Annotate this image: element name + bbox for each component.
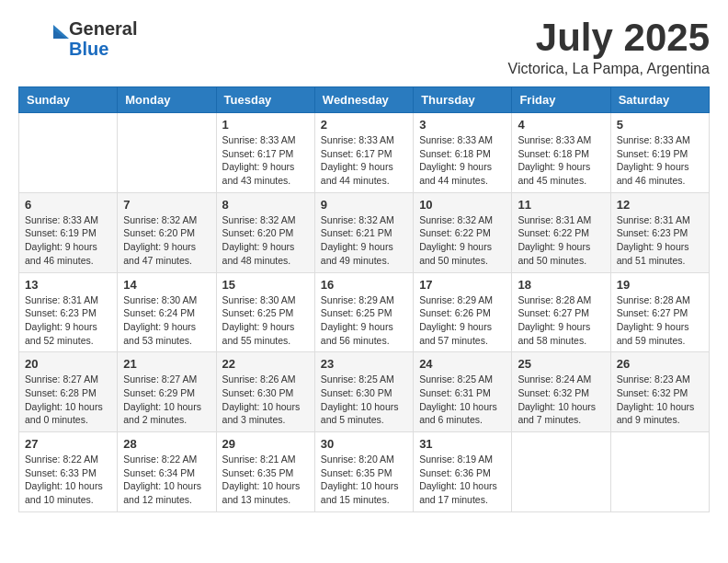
day-number: 17 (419, 278, 506, 292)
day-info: Sunrise: 8:22 AM Sunset: 6:34 PM Dayligh… (123, 453, 210, 507)
day-info: Sunrise: 8:27 AM Sunset: 6:28 PM Dayligh… (25, 373, 111, 427)
day-number: 3 (419, 118, 506, 132)
calendar-day-header: Saturday (610, 87, 709, 113)
calendar-cell (19, 113, 118, 193)
day-info: Sunrise: 8:25 AM Sunset: 6:31 PM Dayligh… (419, 373, 506, 427)
logo-icon (18, 20, 69, 57)
day-info: Sunrise: 8:30 AM Sunset: 6:24 PM Dayligh… (123, 293, 210, 348)
day-number: 5 (617, 118, 703, 132)
calendar-cell: 13Sunrise: 8:31 AM Sunset: 6:23 PM Dayli… (19, 272, 118, 352)
day-info: Sunrise: 8:25 AM Sunset: 6:30 PM Dayligh… (321, 373, 407, 427)
calendar-cell: 15Sunrise: 8:30 AM Sunset: 6:25 PM Dayli… (216, 272, 314, 352)
day-info: Sunrise: 8:28 AM Sunset: 6:27 PM Dayligh… (518, 293, 604, 348)
calendar-cell: 14Sunrise: 8:30 AM Sunset: 6:24 PM Dayli… (118, 272, 216, 352)
day-number: 26 (617, 357, 703, 371)
calendar-week-row: 13Sunrise: 8:31 AM Sunset: 6:23 PM Dayli… (19, 272, 710, 352)
calendar-cell: 7Sunrise: 8:32 AM Sunset: 6:20 PM Daylig… (118, 192, 216, 272)
day-number: 15 (222, 278, 309, 292)
day-info: Sunrise: 8:32 AM Sunset: 6:20 PM Dayligh… (222, 213, 309, 268)
day-number: 13 (25, 278, 111, 292)
calendar-cell: 25Sunrise: 8:24 AM Sunset: 6:32 PM Dayli… (512, 352, 610, 432)
day-info: Sunrise: 8:31 AM Sunset: 6:22 PM Dayligh… (518, 213, 604, 268)
calendar-cell: 2Sunrise: 8:33 AM Sunset: 6:17 PM Daylig… (314, 113, 413, 193)
calendar-cell: 26Sunrise: 8:23 AM Sunset: 6:32 PM Dayli… (610, 352, 709, 432)
day-number: 4 (518, 118, 604, 132)
calendar-cell: 18Sunrise: 8:28 AM Sunset: 6:27 PM Dayli… (512, 272, 610, 352)
day-number: 6 (25, 198, 111, 212)
calendar-cell: 20Sunrise: 8:27 AM Sunset: 6:28 PM Dayli… (19, 352, 118, 432)
day-info: Sunrise: 8:19 AM Sunset: 6:36 PM Dayligh… (419, 453, 506, 507)
day-info: Sunrise: 8:33 AM Sunset: 6:18 PM Dayligh… (518, 133, 604, 188)
day-number: 18 (518, 278, 604, 292)
calendar-cell: 4Sunrise: 8:33 AM Sunset: 6:18 PM Daylig… (512, 113, 610, 193)
day-info: Sunrise: 8:30 AM Sunset: 6:25 PM Dayligh… (222, 293, 309, 348)
location-text: Victorica, La Pampa, Argentina (508, 61, 710, 77)
day-number: 9 (321, 198, 407, 212)
day-info: Sunrise: 8:33 AM Sunset: 6:17 PM Dayligh… (222, 133, 309, 188)
calendar-cell: 27Sunrise: 8:22 AM Sunset: 6:33 PM Dayli… (19, 432, 118, 512)
calendar-cell: 21Sunrise: 8:27 AM Sunset: 6:29 PM Dayli… (118, 352, 216, 432)
calendar-day-header: Monday (118, 87, 216, 113)
calendar-cell (512, 432, 610, 512)
calendar-day-header: Wednesday (314, 87, 413, 113)
calendar-cell: 6Sunrise: 8:33 AM Sunset: 6:19 PM Daylig… (19, 192, 118, 272)
day-info: Sunrise: 8:22 AM Sunset: 6:33 PM Dayligh… (25, 453, 111, 507)
day-number: 1 (222, 118, 309, 132)
calendar-cell (610, 432, 709, 512)
day-info: Sunrise: 8:32 AM Sunset: 6:21 PM Dayligh… (321, 213, 407, 268)
calendar-cell: 9Sunrise: 8:32 AM Sunset: 6:21 PM Daylig… (314, 192, 413, 272)
day-number: 25 (518, 357, 604, 371)
logo-general-text: General (69, 18, 137, 39)
day-info: Sunrise: 8:29 AM Sunset: 6:25 PM Dayligh… (321, 293, 407, 348)
day-info: Sunrise: 8:32 AM Sunset: 6:20 PM Dayligh… (123, 213, 210, 268)
calendar-cell: 3Sunrise: 8:33 AM Sunset: 6:18 PM Daylig… (414, 113, 512, 193)
calendar-cell: 24Sunrise: 8:25 AM Sunset: 6:31 PM Dayli… (414, 352, 512, 432)
logo: General Blue (18, 18, 137, 59)
day-info: Sunrise: 8:28 AM Sunset: 6:27 PM Dayligh… (617, 293, 703, 348)
calendar-cell: 30Sunrise: 8:20 AM Sunset: 6:35 PM Dayli… (314, 432, 413, 512)
calendar-cell (118, 113, 216, 193)
day-number: 10 (419, 198, 506, 212)
day-number: 24 (419, 357, 506, 371)
calendar-cell: 12Sunrise: 8:31 AM Sunset: 6:23 PM Dayli… (610, 192, 709, 272)
logo-text: General Blue (69, 18, 137, 59)
day-number: 8 (222, 198, 309, 212)
day-number: 22 (222, 357, 309, 371)
day-info: Sunrise: 8:21 AM Sunset: 6:35 PM Dayligh… (222, 453, 309, 507)
calendar-day-header: Sunday (19, 87, 118, 113)
calendar-cell: 19Sunrise: 8:28 AM Sunset: 6:27 PM Dayli… (610, 272, 709, 352)
calendar-week-row: 6Sunrise: 8:33 AM Sunset: 6:19 PM Daylig… (19, 192, 710, 272)
calendar-cell: 31Sunrise: 8:19 AM Sunset: 6:36 PM Dayli… (414, 432, 512, 512)
day-info: Sunrise: 8:32 AM Sunset: 6:22 PM Dayligh… (419, 213, 506, 268)
day-number: 31 (419, 437, 506, 451)
day-info: Sunrise: 8:33 AM Sunset: 6:19 PM Dayligh… (617, 133, 703, 188)
day-info: Sunrise: 8:23 AM Sunset: 6:32 PM Dayligh… (617, 373, 703, 427)
calendar-week-row: 20Sunrise: 8:27 AM Sunset: 6:28 PM Dayli… (19, 352, 710, 432)
day-number: 23 (321, 357, 407, 371)
day-number: 12 (617, 198, 703, 212)
day-info: Sunrise: 8:33 AM Sunset: 6:19 PM Dayligh… (25, 213, 111, 268)
calendar-cell: 28Sunrise: 8:22 AM Sunset: 6:34 PM Dayli… (118, 432, 216, 512)
day-number: 19 (617, 278, 703, 292)
day-number: 2 (321, 118, 407, 132)
day-number: 30 (321, 437, 407, 451)
day-info: Sunrise: 8:33 AM Sunset: 6:18 PM Dayligh… (419, 133, 506, 188)
calendar-cell: 23Sunrise: 8:25 AM Sunset: 6:30 PM Dayli… (314, 352, 413, 432)
day-info: Sunrise: 8:26 AM Sunset: 6:30 PM Dayligh… (222, 373, 309, 427)
calendar-cell: 10Sunrise: 8:32 AM Sunset: 6:22 PM Dayli… (414, 192, 512, 272)
day-info: Sunrise: 8:29 AM Sunset: 6:26 PM Dayligh… (419, 293, 506, 348)
calendar-week-row: 1Sunrise: 8:33 AM Sunset: 6:17 PM Daylig… (19, 113, 710, 193)
calendar-day-header: Thursday (414, 87, 512, 113)
calendar-cell: 8Sunrise: 8:32 AM Sunset: 6:20 PM Daylig… (216, 192, 314, 272)
day-number: 11 (518, 198, 604, 212)
day-number: 7 (123, 198, 210, 212)
day-number: 21 (123, 357, 210, 371)
day-number: 29 (222, 437, 309, 451)
day-info: Sunrise: 8:27 AM Sunset: 6:29 PM Dayligh… (123, 373, 210, 427)
calendar-week-row: 27Sunrise: 8:22 AM Sunset: 6:33 PM Dayli… (19, 432, 710, 512)
calendar-header-row: SundayMondayTuesdayWednesdayThursdayFrid… (19, 87, 710, 113)
day-info: Sunrise: 8:33 AM Sunset: 6:17 PM Dayligh… (321, 133, 407, 188)
day-info: Sunrise: 8:31 AM Sunset: 6:23 PM Dayligh… (617, 213, 703, 268)
calendar-cell: 17Sunrise: 8:29 AM Sunset: 6:26 PM Dayli… (414, 272, 512, 352)
day-info: Sunrise: 8:24 AM Sunset: 6:32 PM Dayligh… (518, 373, 604, 427)
